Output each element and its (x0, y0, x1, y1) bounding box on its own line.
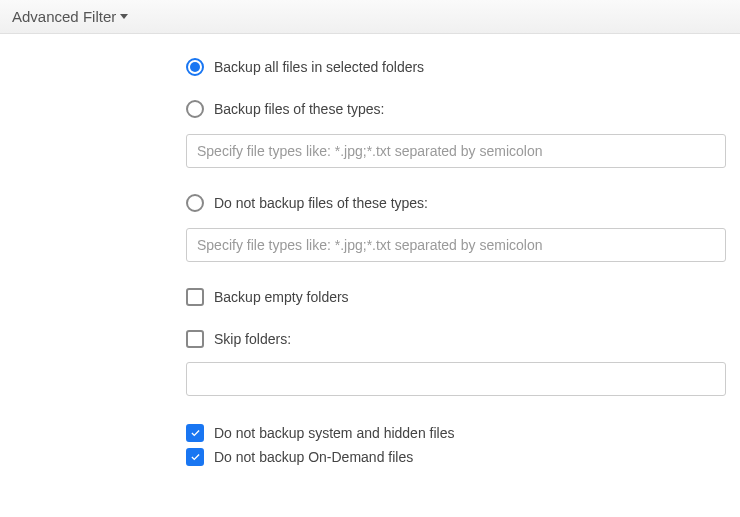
exclude-types-input[interactable] (186, 228, 726, 262)
exclude-ondemand-label: Do not backup On-Demand files (214, 449, 413, 465)
check-icon (189, 451, 202, 464)
exclude-system-option[interactable]: Do not backup system and hidden files (186, 424, 728, 442)
caret-down-icon (120, 14, 128, 19)
backup-empty-option[interactable]: Backup empty folders (186, 288, 728, 306)
filter-content: Backup all files in selected folders Bac… (0, 34, 740, 492)
backup-types-label: Backup files of these types: (214, 101, 384, 117)
backup-empty-label: Backup empty folders (214, 289, 349, 305)
exclude-types-label: Do not backup files of these types: (214, 195, 428, 211)
skip-folders-checkbox[interactable] (186, 330, 204, 348)
header-bar: Advanced Filter (0, 0, 740, 34)
header-title-text: Advanced Filter (12, 8, 116, 25)
backup-all-radio[interactable] (186, 58, 204, 76)
advanced-filter-toggle[interactable]: Advanced Filter (12, 8, 128, 25)
exclude-types-option[interactable]: Do not backup files of these types: (186, 194, 728, 212)
exclude-system-checkbox[interactable] (186, 424, 204, 442)
skip-folders-label: Skip folders: (214, 331, 291, 347)
backup-types-input[interactable] (186, 134, 726, 168)
exclude-ondemand-option[interactable]: Do not backup On-Demand files (186, 448, 728, 466)
backup-all-option[interactable]: Backup all files in selected folders (186, 58, 728, 76)
backup-empty-checkbox[interactable] (186, 288, 204, 306)
exclude-system-label: Do not backup system and hidden files (214, 425, 454, 441)
backup-all-label: Backup all files in selected folders (214, 59, 424, 75)
backup-types-radio[interactable] (186, 100, 204, 118)
check-icon (189, 427, 202, 440)
skip-folders-option[interactable]: Skip folders: (186, 330, 728, 348)
skip-folders-input[interactable] (186, 362, 726, 396)
exclude-types-radio[interactable] (186, 194, 204, 212)
backup-types-option[interactable]: Backup files of these types: (186, 100, 728, 118)
exclude-ondemand-checkbox[interactable] (186, 448, 204, 466)
